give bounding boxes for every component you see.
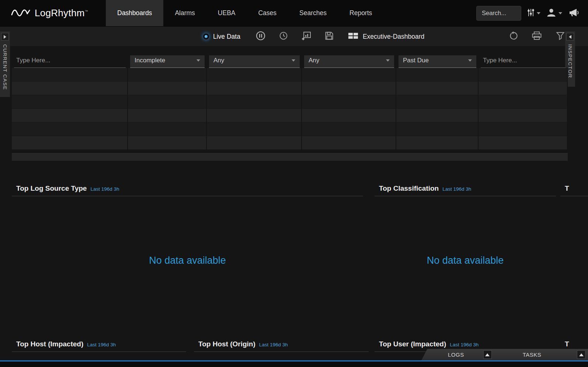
case-filter-input-2[interactable] <box>481 55 566 68</box>
triangle-up-icon <box>485 353 490 356</box>
table-cell <box>128 68 207 81</box>
panel-top-host-origin: Top Host (Origin) Last 196d 3h <box>194 339 369 361</box>
table-cell <box>207 82 302 95</box>
case-filter-due-select[interactable]: Past Due <box>399 55 476 68</box>
table-cell <box>12 109 128 122</box>
table-cell <box>302 95 396 108</box>
table-row <box>12 136 568 150</box>
live-data-label: Live Data <box>213 33 240 41</box>
tab-reports[interactable]: Reports <box>338 0 383 26</box>
tab-searches[interactable]: Searches <box>288 0 338 26</box>
table-cell <box>302 136 396 149</box>
logo-wave-icon <box>11 7 30 20</box>
table-cell <box>128 95 207 108</box>
save-layout-button[interactable] <box>324 27 334 46</box>
current-case-panel-tab[interactable]: CURRENT CASE <box>0 31 10 97</box>
case-table-filter-row: Incomplete Any Any Past Due <box>12 55 568 68</box>
inspector-label: INSPECTOR <box>567 44 573 78</box>
table-cell <box>479 82 568 95</box>
add-widget-button[interactable] <box>302 27 311 46</box>
toolbar-center-group: Live Data <box>203 27 424 46</box>
table-cell <box>12 95 128 108</box>
toolbar-right-group <box>508 27 565 46</box>
table-cell <box>479 136 568 149</box>
table-cell <box>128 136 207 149</box>
case-table-scrollbar[interactable] <box>12 153 568 161</box>
preferences-menu[interactable] <box>527 8 540 18</box>
case-table-rows <box>12 68 568 152</box>
table-cell <box>128 122 207 136</box>
case-filter-select-any-1[interactable]: Any <box>209 55 300 68</box>
expand-tasks-button[interactable] <box>577 350 585 359</box>
pause-icon <box>256 31 265 42</box>
table-cell <box>207 68 302 81</box>
live-data-radio[interactable] <box>203 33 209 40</box>
table-cell <box>302 68 396 81</box>
table-cell <box>396 122 479 136</box>
table-row <box>12 109 568 122</box>
table-cell <box>302 122 396 136</box>
filter-button[interactable] <box>556 27 565 46</box>
sliders-icon <box>527 8 535 18</box>
chevron-down-icon <box>196 59 200 62</box>
bottom-dock-bar: LOGS TASKS <box>421 349 588 360</box>
table-cell <box>396 68 479 81</box>
panel-time-range: Last 196d 3h <box>87 342 116 347</box>
table-cell <box>128 82 207 95</box>
case-filter-input-1[interactable] <box>14 55 126 68</box>
bottom-edge <box>0 361 588 367</box>
table-cell <box>207 109 302 122</box>
case-filter-select-any-2[interactable]: Any <box>304 55 394 68</box>
tab-alarms[interactable]: Alarms <box>163 0 206 26</box>
chevron-down-icon <box>559 12 562 14</box>
tab-dashboards[interactable]: Dashboards <box>106 0 163 26</box>
table-cell <box>302 109 396 122</box>
dashboard-name: Executive-Dashboard <box>363 33 424 41</box>
table-cell <box>479 122 568 136</box>
table-cell <box>396 136 479 149</box>
panel-top-classification: Top Classification Last 196d 3h No data … <box>375 184 556 332</box>
chevron-down-icon <box>468 59 472 62</box>
print-button[interactable] <box>532 27 542 46</box>
brand-name: LogRhythm™ <box>35 7 88 19</box>
case-filter-status-select[interactable]: Incomplete <box>130 55 205 68</box>
search-button[interactable]: Search... <box>476 6 521 21</box>
table-cell <box>479 95 568 108</box>
dashboard-picker[interactable]: Executive-Dashboard <box>348 32 424 41</box>
panel-time-range: Last 196d 3h <box>259 342 288 347</box>
megaphone-icon <box>568 8 579 19</box>
dashboard-toolbar: Live Data <box>0 26 588 46</box>
table-cell <box>207 122 302 136</box>
reset-button[interactable] <box>508 27 518 46</box>
user-menu[interactable] <box>546 8 562 19</box>
announcements-button[interactable] <box>568 8 579 19</box>
panel-title: Top Host (Impacted) <box>16 340 83 348</box>
table-cell <box>396 95 479 108</box>
triangle-left-icon <box>569 35 571 39</box>
table-cell <box>396 82 479 95</box>
table-row <box>12 82 568 95</box>
table-row <box>12 68 568 82</box>
table-cell <box>302 82 396 95</box>
expand-inspector-button[interactable] <box>566 33 574 41</box>
current-case-label: CURRENT CASE <box>2 44 8 90</box>
user-icon <box>546 8 556 19</box>
table-cell <box>207 136 302 149</box>
top-nav-bar: LogRhythm™ Dashboards Alarms UEBA Cases … <box>0 0 588 26</box>
add-widget-icon <box>302 31 311 42</box>
tab-ueba[interactable]: UEBA <box>206 0 247 26</box>
panel-title: Top Classification <box>379 184 439 193</box>
primary-nav-tabs: Dashboards Alarms UEBA Cases Searches Re… <box>106 0 383 26</box>
expand-current-case-button[interactable] <box>1 33 9 41</box>
time-range-button[interactable] <box>279 27 288 46</box>
panel-clipped-top-right: T <box>560 184 588 332</box>
expand-logs-button[interactable] <box>483 350 492 359</box>
table-cell <box>12 82 128 95</box>
table-cell <box>12 68 128 81</box>
panel-title: Top Host (Origin) <box>198 340 255 348</box>
pause-button[interactable] <box>256 27 265 46</box>
tab-cases[interactable]: Cases <box>247 0 288 26</box>
nav-right-controls: Search... <box>476 0 588 26</box>
funnel-icon <box>556 31 565 42</box>
table-cell <box>12 136 128 149</box>
